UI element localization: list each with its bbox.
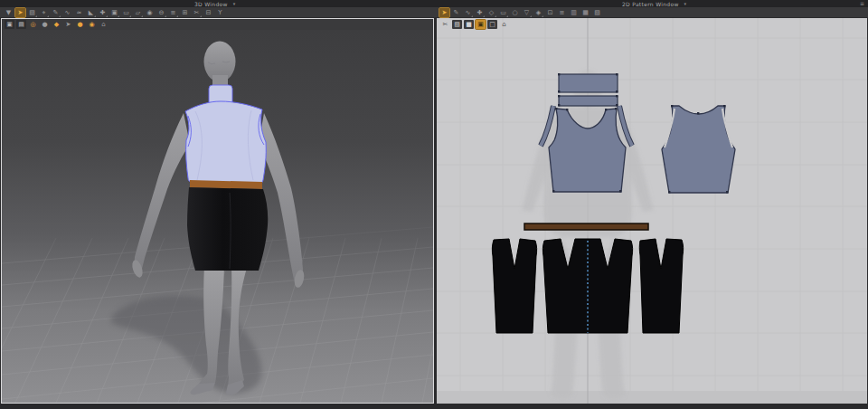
- show-avatar-icon[interactable]: ●: [40, 20, 50, 29]
- circle-icon[interactable]: ○: [510, 8, 520, 17]
- scissors-icon[interactable]: ✂: [192, 8, 202, 17]
- add-point-icon[interactable]: ✚: [475, 8, 485, 17]
- polygon-icon[interactable]: ◇: [486, 8, 496, 17]
- edit-texture-icon[interactable]: ▦: [580, 8, 590, 17]
- stand-2d-icon[interactable]: ⌂: [499, 20, 509, 29]
- edit-pattern-icon[interactable]: ✎: [451, 8, 461, 17]
- simulate-icon[interactable]: ▼: [4, 8, 14, 17]
- show-outline-icon[interactable]: □: [487, 20, 497, 29]
- tab-2d-pattern-window[interactable]: 2D Pattern Window ▾: [622, 0, 686, 7]
- 2d-pattern-window: ✂ ▧ ■ ▣ □ ⌂: [437, 18, 867, 404]
- segment-sewing-icon[interactable]: ∿: [62, 8, 72, 17]
- flatten-icon[interactable]: ▱: [133, 8, 143, 17]
- pattern-waistband-strip[interactable]: [524, 224, 648, 230]
- cursor-display-icon[interactable]: ➤: [63, 20, 73, 29]
- sewing-edit-icon[interactable]: ✎: [51, 8, 61, 17]
- free-sewing-icon[interactable]: ≈: [74, 8, 84, 17]
- garment-top-bodice[interactable]: [185, 101, 266, 184]
- 3d-scene: [2, 30, 433, 403]
- pattern-skirt-panel-right[interactable]: [639, 239, 683, 333]
- avatar-display-icon[interactable]: ●: [75, 20, 85, 29]
- pattern-skirt-panel-center[interactable]: [542, 239, 632, 333]
- pattern-cut-icon[interactable]: ✂: [440, 20, 450, 29]
- garment-style-icon[interactable]: ▤: [16, 20, 26, 29]
- bottom-window-edge: [0, 404, 868, 409]
- main-toolbar: ▼ ➤ ▨ ⌖ ✎ ∿ ≈ ◣ ✚ ▣ ▭ ▱ ◉ ⊖ ≡ ⊞ ✂ ⊟ Y ➤ …: [0, 7, 868, 18]
- transform-pattern-icon[interactable]: ➤: [439, 8, 449, 17]
- pattern-neckband-lower[interactable]: [559, 96, 618, 106]
- 3d-view-toolbar: ▣ ▤ ◎ ● ◆ ➤ ● ◉ ⌂: [2, 19, 433, 30]
- pin-tack-icon[interactable]: ✚: [98, 8, 108, 17]
- tape-icon[interactable]: ▭: [121, 8, 131, 17]
- dart-icon[interactable]: ▽: [522, 8, 532, 17]
- chevron-down-icon[interactable]: ▾: [684, 1, 687, 6]
- zoom-avatar-icon[interactable]: ◎: [28, 20, 38, 29]
- pattern-display-icon[interactable]: ▣: [476, 20, 486, 29]
- chevron-down-icon[interactable]: ▾: [233, 1, 236, 6]
- show-base-icon[interactable]: ■: [464, 20, 474, 29]
- garment-skirt[interactable]: [187, 187, 268, 271]
- fold-arrangement-icon[interactable]: ◣: [86, 8, 96, 17]
- 3d-scene-canvas[interactable]: [2, 30, 433, 403]
- 3d-viewport-window: ▣ ▤ ◎ ● ◆ ➤ ● ◉ ⌂: [1, 18, 434, 404]
- internal-polygon-icon[interactable]: ◈: [533, 8, 543, 17]
- arrangement-points-icon[interactable]: ◉: [87, 20, 97, 29]
- gizmo-stand-icon[interactable]: ⌂: [99, 20, 108, 29]
- zipper-icon[interactable]: ≡: [168, 8, 178, 17]
- select-move-icon[interactable]: ➤: [15, 8, 25, 17]
- show-garment-icon[interactable]: ▣: [5, 20, 14, 29]
- 2d-pattern-canvas[interactable]: ✂ ▧ ■ ▣ □ ⌂: [437, 18, 867, 404]
- measure-icon[interactable]: ⊞: [180, 8, 190, 17]
- tab-3d-window[interactable]: 3D Window ▾: [194, 0, 236, 7]
- app-window: 3D Window ▾ 2D Pattern Window ▾ ≡ ▼ ➤ ▨ …: [0, 0, 868, 409]
- tab-2d-pattern-window-label: 2D Pattern Window: [622, 1, 679, 7]
- walk-pose-icon[interactable]: Y: [215, 8, 225, 17]
- rectangle-icon[interactable]: ▭: [498, 8, 508, 17]
- 2d-view-toolbar: ✂ ▧ ■ ▣ □ ⌂: [440, 20, 509, 29]
- avatar-left-foot[interactable]: [191, 383, 215, 395]
- window-menu-icon[interactable]: ≡: [860, 0, 864, 7]
- neckband-pieces: [559, 74, 618, 106]
- tab-3d-window-label: 3D Window: [194, 1, 228, 7]
- tack-icon[interactable]: ▣: [109, 8, 119, 17]
- avatar-left-arm[interactable]: [134, 113, 190, 272]
- 2d-pattern-scene: [437, 18, 867, 404]
- show-columns-icon[interactable]: ▥: [569, 8, 579, 17]
- pattern-neckband-upper[interactable]: [559, 74, 618, 92]
- toolbar-3d-tools: ▼ ➤ ▨ ⌖ ✎ ∿ ≈ ◣ ✚ ▣ ▭ ▱ ◉ ⊖ ≡ ⊞ ✂ ⊟ Y: [4, 8, 225, 17]
- pin-icon[interactable]: ⌖: [39, 8, 49, 17]
- sewing-tool-icon[interactable]: ▧: [592, 8, 602, 17]
- select-mesh-icon[interactable]: ▨: [27, 8, 37, 17]
- garment-texture-icon[interactable]: ◆: [52, 20, 61, 29]
- edit-curvature-icon[interactable]: ∿: [463, 8, 473, 17]
- canvas-bottom-band: [437, 391, 867, 404]
- toolbar-2d-tools: ➤ ✎ ∿ ✚ ◇ ▭ ○ ▽ ◈ ⊡ ≡ ▥ ▦ ▧: [439, 8, 602, 17]
- buttonhole-icon[interactable]: ⊖: [156, 8, 166, 17]
- internal-rectangle-icon[interactable]: ⊡: [545, 8, 555, 17]
- tape-measure-icon[interactable]: ⊟: [203, 8, 213, 17]
- button-icon[interactable]: ◉: [145, 8, 155, 17]
- pattern-grid: [437, 18, 867, 404]
- pattern-skirt-panel-left[interactable]: [492, 239, 536, 333]
- grading-icon[interactable]: ≡: [557, 8, 567, 17]
- viewport-title-bar: 3D Window ▾ 2D Pattern Window ▾ ≡: [0, 0, 868, 7]
- show-seamline-icon[interactable]: ▧: [452, 20, 462, 29]
